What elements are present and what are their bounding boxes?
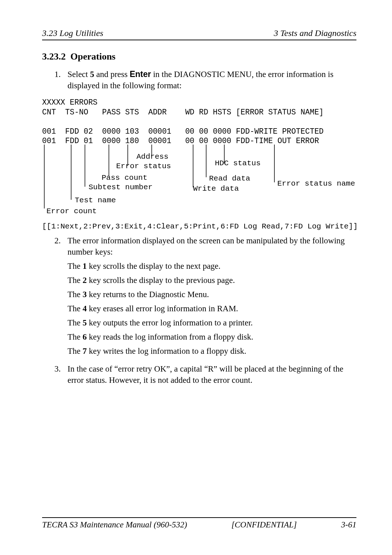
footer-rule <box>42 517 356 518</box>
key-5: 5 <box>90 70 94 79</box>
page-footer: TECRA S3 Maintenance Manual (960-532) [C… <box>42 517 356 530</box>
header-left: 3.23 Log Utilities <box>42 28 103 38</box>
step-3: 3. In the case of “error retry OK”, a ca… <box>42 363 356 389</box>
label-error-count: Error count <box>46 207 97 215</box>
label-subtest-number: Subtest number <box>89 183 152 191</box>
running-header: 3.23 Log Utilities 3 Tests and Diagnosti… <box>42 28 356 38</box>
menu-footer-line: [[1:Next,2:Prev,3:Exit,4:Clear,5:Print,6… <box>42 222 356 231</box>
label-write-data: Write data <box>193 185 239 193</box>
header-rule <box>42 40 356 40</box>
key-7-desc: The 7 key writes the log information to … <box>68 345 356 357</box>
step-2-number: 2. <box>54 235 68 360</box>
key-5-desc: The 5 key outputs the error log informat… <box>68 317 356 328</box>
key-list: The 1 key scrolls the display to the nex… <box>68 260 356 357</box>
header-right: 3 Tests and Diagnostics <box>274 28 356 38</box>
field-callout-diagram: Address Error status Pass count Subtest … <box>42 145 356 217</box>
step-1-number: 1. <box>54 69 68 94</box>
errlog-line-3: 001 FDD 02 0000 103 00001 00 00 0000 FDD… <box>42 127 324 136</box>
key-enter: Enter <box>130 69 151 79</box>
key-4-desc: The 4 key erases all error log informati… <box>68 303 356 314</box>
label-pass-count: Pass count <box>102 174 147 182</box>
section-heading: 3.23.2 Operations <box>42 51 356 62</box>
errlog-line-4: 001 FDD 01 0000 180 00001 00 00 0000 FDD… <box>42 137 319 145</box>
label-address: Address <box>136 153 168 161</box>
step-2: 2. The error information displayed on th… <box>42 235 356 360</box>
label-error-status: Error status <box>116 162 171 170</box>
section-title: Operations <box>70 51 115 62</box>
footer-right: 3-61 <box>341 520 356 530</box>
label-error-status-name: Error status name <box>277 179 355 188</box>
footer-center: [CONFIDENTIAL] <box>232 520 297 530</box>
step-3-number: 3. <box>54 363 68 389</box>
label-test-name: Test name <box>75 196 116 204</box>
step-2-text: The error information displayed on the s… <box>68 235 356 258</box>
section-number: 3.23.2 <box>42 51 66 62</box>
step-3-text: In the case of “error retry OK”, a capit… <box>68 363 356 386</box>
label-hdc-status: HDC status <box>215 159 261 167</box>
key-3-desc: The 3 key returns to the Diagnostic Menu… <box>68 289 356 300</box>
key-2-desc: The 2 key scrolls the display to the pre… <box>68 275 356 286</box>
errlog-line-1: XXXXX ERRORS <box>42 98 98 107</box>
page: 3.23 Log Utilities 3 Tests and Diagnosti… <box>0 0 392 555</box>
key-6-desc: The 6 key reads the log information from… <box>68 331 356 343</box>
key-1-desc: The 1 key scrolls the display to the nex… <box>68 260 356 272</box>
errlog-line-2: CNT TS-NO PASS STS ADDR WD RD HSTS [ERRO… <box>42 108 324 117</box>
step-1-text: Select 5 and press Enter in the DIAGNOST… <box>68 69 356 91</box>
label-read-data: Read data <box>209 174 250 183</box>
step-1: 1. Select 5 and press Enter in the DIAGN… <box>42 69 356 94</box>
error-log-block: XXXXX ERRORS CNT TS-NO PASS STS ADDR WD … <box>42 98 356 146</box>
footer-left: TECRA S3 Maintenance Manual (960-532) <box>42 520 187 530</box>
